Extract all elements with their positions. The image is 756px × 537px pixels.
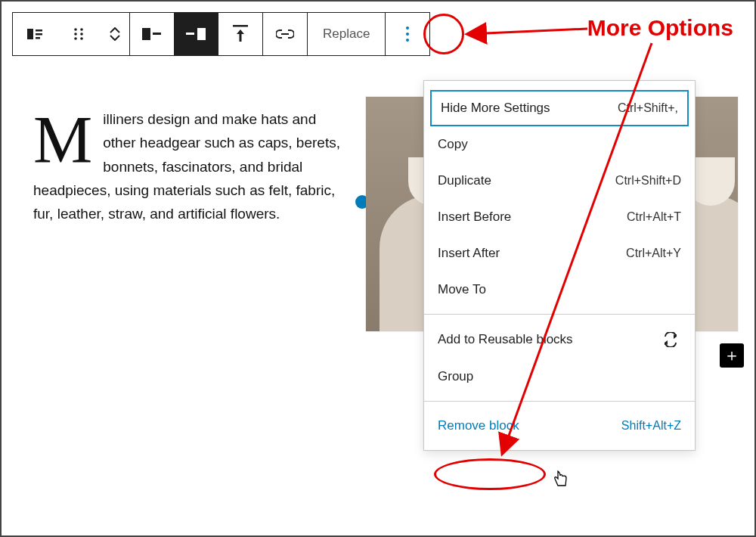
menu-item-label: Remove block bbox=[438, 418, 519, 433]
menu-item-label: Hide More Settings bbox=[441, 101, 550, 116]
svg-point-7 bbox=[80, 33, 83, 36]
replace-button[interactable]: Replace bbox=[308, 13, 385, 55]
media-text-icon bbox=[26, 25, 44, 43]
menu-item-insert-before[interactable]: Insert Before Ctrl+Alt+T bbox=[424, 199, 695, 235]
plus-icon: ＋ bbox=[723, 344, 740, 367]
svg-point-9 bbox=[80, 37, 83, 40]
menu-item-shortcut: Ctrl+Shift+D bbox=[615, 174, 681, 188]
menu-section: Hide More Settings Ctrl+Shift+, Copy Dup… bbox=[424, 81, 695, 315]
annotation-ring bbox=[434, 458, 546, 490]
menu-item-shortcut: Ctrl+Alt+Y bbox=[626, 247, 681, 260]
svg-rect-14 bbox=[233, 25, 248, 27]
menu-item-copy[interactable]: Copy bbox=[424, 126, 695, 163]
menu-item-label: Move To bbox=[438, 282, 486, 297]
menu-item-label: Add to Reusable blocks bbox=[438, 332, 573, 347]
svg-rect-2 bbox=[36, 33, 42, 36]
svg-rect-3 bbox=[36, 37, 40, 39]
menu-item-group[interactable]: Group bbox=[424, 359, 695, 395]
menu-item-move-to[interactable]: Move To bbox=[424, 272, 695, 308]
menu-item-label: Copy bbox=[438, 137, 468, 152]
svg-rect-13 bbox=[186, 33, 194, 35]
svg-point-8 bbox=[74, 37, 77, 40]
media-right-button[interactable] bbox=[174, 13, 218, 55]
menu-item-insert-after[interactable]: Insert After Ctrl+Alt+Y bbox=[424, 235, 695, 272]
svg-rect-10 bbox=[142, 28, 150, 40]
menu-item-shortcut: Ctrl+Alt+T bbox=[627, 210, 681, 224]
more-options-button[interactable] bbox=[386, 13, 429, 55]
media-left-button[interactable] bbox=[130, 13, 174, 55]
block-type-button[interactable] bbox=[13, 13, 57, 55]
svg-rect-12 bbox=[197, 28, 206, 40]
reusable-icon bbox=[660, 331, 681, 348]
svg-point-6 bbox=[74, 33, 77, 36]
block-toolbar: Replace bbox=[12, 12, 430, 56]
svg-point-4 bbox=[74, 28, 77, 31]
media-left-icon bbox=[142, 26, 162, 42]
more-vertical-icon bbox=[406, 26, 409, 42]
vertical-align-button[interactable] bbox=[218, 13, 262, 55]
media-right-icon bbox=[186, 26, 206, 42]
menu-item-hide-settings[interactable]: Hide More Settings Ctrl+Shift+, bbox=[430, 90, 689, 126]
block-mover[interactable] bbox=[101, 13, 129, 55]
svg-rect-11 bbox=[153, 33, 161, 35]
menu-item-label: Insert Before bbox=[438, 210, 511, 225]
menu-item-duplicate[interactable]: Duplicate Ctrl+Shift+D bbox=[424, 163, 695, 199]
drag-icon bbox=[72, 27, 85, 41]
chevron-up-icon bbox=[110, 27, 120, 33]
svg-rect-0 bbox=[27, 29, 33, 39]
menu-section: Add to Reusable blocks Group bbox=[424, 315, 695, 402]
cursor-hand-icon bbox=[552, 469, 569, 489]
menu-item-label: Insert After bbox=[438, 246, 500, 261]
more-options-menu: Hide More Settings Ctrl+Shift+, Copy Dup… bbox=[423, 80, 696, 451]
link-icon bbox=[276, 29, 294, 39]
svg-line-15 bbox=[469, 29, 587, 34]
annotation-label: More Options bbox=[587, 15, 733, 41]
add-block-button[interactable]: ＋ bbox=[720, 343, 744, 368]
menu-section: Remove block Shift+Alt+Z bbox=[424, 402, 695, 450]
menu-item-reusable[interactable]: Add to Reusable blocks bbox=[424, 321, 695, 359]
svg-point-5 bbox=[80, 28, 83, 31]
editor-stage: Replace Milliners design and make hats a… bbox=[0, 0, 756, 537]
menu-item-label: Duplicate bbox=[438, 173, 491, 188]
menu-item-remove-block[interactable]: Remove block Shift+Alt+Z bbox=[424, 408, 695, 444]
chevron-down-icon bbox=[110, 35, 120, 41]
svg-rect-1 bbox=[36, 29, 42, 32]
dropcap: M bbox=[33, 113, 92, 166]
link-button[interactable] bbox=[263, 13, 307, 55]
menu-item-shortcut: Shift+Alt+Z bbox=[621, 419, 681, 433]
align-top-icon bbox=[233, 25, 248, 43]
drag-handle[interactable] bbox=[57, 13, 101, 55]
menu-item-label: Group bbox=[438, 369, 473, 384]
paragraph-block[interactable]: Milliners design and make hats and other… bbox=[33, 107, 343, 226]
menu-item-shortcut: Ctrl+Shift+, bbox=[618, 101, 678, 115]
